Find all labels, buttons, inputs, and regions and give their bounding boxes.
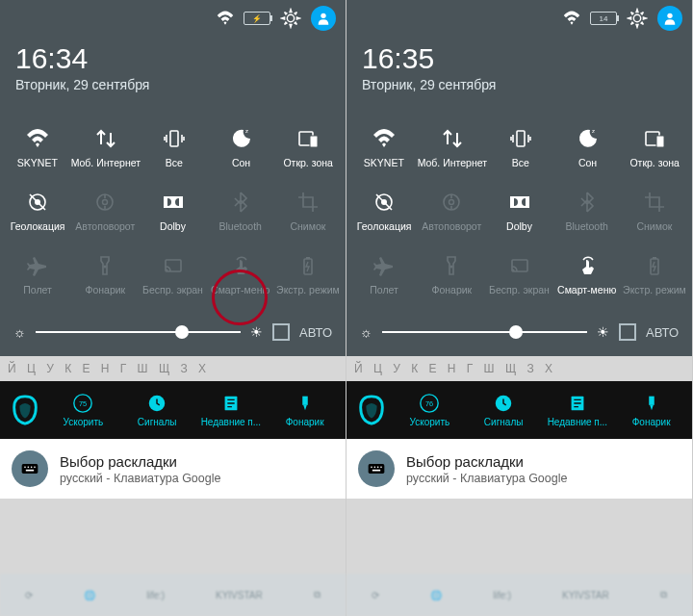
clock-time[interactable]: 16:34 — [15, 42, 330, 75]
quick-settings-grid: SKYNETМоб. ИнтернетВсеСонОткр. зонаГеоло… — [0, 106, 346, 312]
qs-tile-label: Все — [166, 157, 183, 168]
qs-tile-bluetooth[interactable]: Bluetooth — [553, 179, 621, 243]
quick-speed[interactable]: 75Ускорить — [48, 393, 118, 427]
settings-icon[interactable] — [280, 8, 301, 29]
qs-tile-wifi[interactable]: SKYNET — [4, 116, 71, 179]
qs-tile-dolby[interactable]: Dolby — [139, 179, 206, 243]
moon-icon — [229, 126, 254, 151]
cast-icon — [161, 253, 186, 278]
clock-date[interactable]: Вторник, 29 сентября — [362, 77, 677, 92]
data-icon — [93, 126, 118, 151]
background-blur: ⟳🌐 life:) KYIVSTAR ⧉ — [346, 499, 692, 616]
qs-tile-touch[interactable]: Смарт-меню — [207, 243, 274, 306]
qs-tile-moon[interactable]: Сон — [554, 116, 622, 179]
qs-tile-label: Геолокация — [357, 220, 412, 232]
notification-card[interactable]: Выбор раскладки русский - Клавиатура Goo… — [0, 439, 346, 499]
speed-icon: 76 — [419, 393, 440, 414]
qs-tile-torch[interactable]: Фонарик — [71, 243, 139, 306]
cast-icon — [507, 253, 532, 278]
clock-time[interactable]: 16:35 — [362, 42, 677, 75]
qs-tile-dolby[interactable]: Dolby — [485, 179, 552, 243]
qs-tile-cast[interactable]: Беспр. экран — [139, 243, 206, 306]
qs-tile-label: Dolby — [160, 220, 186, 232]
qs-tile-label: Смарт-меню — [211, 284, 270, 295]
keyboard-preview-strip: Й Ц У К Е Н Г Ш Щ З Х — [346, 356, 692, 381]
brightness-slider[interactable] — [36, 331, 241, 333]
clock-date[interactable]: Вторник, 29 сентября — [15, 77, 330, 92]
qs-tile-battery[interactable]: Экстр. режим — [621, 243, 688, 306]
auto-brightness-checkbox[interactable] — [619, 323, 636, 341]
qs-tile-location[interactable]: Геолокация — [350, 179, 418, 243]
crop-icon — [642, 190, 667, 215]
qs-tile-data[interactable]: Моб. Интернет — [71, 116, 141, 179]
qs-tile-location[interactable]: Геолокация — [4, 179, 71, 243]
vibrate-icon — [508, 126, 533, 151]
keyboard-preview-strip: Й Ц У К Е Н Г Ш Щ З Х — [0, 356, 346, 381]
qs-tile-screen[interactable]: Откр. зона — [621, 116, 688, 179]
security-app-icon[interactable] — [352, 391, 391, 429]
brightness-high-icon: ☀ — [250, 324, 263, 340]
quick-label: Ускорить — [64, 417, 104, 427]
notification-card[interactable]: Выбор раскладки русский - Клавиатура Goo… — [346, 439, 692, 499]
qs-tile-vibrate[interactable]: Все — [487, 116, 554, 179]
app-quick-bar: 75УскоритьСигналыНедавние п...Фонарик — [0, 381, 346, 439]
qs-tile-rotate[interactable]: Автоповорот — [418, 179, 485, 243]
svg-text:75: 75 — [79, 399, 87, 408]
auto-brightness-label: АВТО — [646, 325, 679, 340]
quick-speed[interactable]: 76Ускорить — [395, 393, 465, 427]
brightness-slider[interactable] — [382, 331, 587, 333]
quick-recent[interactable]: Недавние п... — [543, 393, 613, 427]
brightness-row: ☼ ☀ АВТО — [0, 312, 346, 356]
qs-tile-label: Откр. зона — [283, 157, 332, 168]
qs-tile-label: Автоповорот — [75, 220, 135, 232]
security-app-icon[interactable] — [6, 391, 44, 429]
qs-tile-cast[interactable]: Беспр. экран — [485, 243, 552, 306]
qs-tile-moon[interactable]: Сон — [208, 116, 275, 179]
qs-tile-battery[interactable]: Экстр. режим — [274, 243, 342, 306]
quick-recent[interactable]: Недавние п... — [196, 393, 267, 427]
speed-icon: 75 — [72, 393, 93, 414]
rotate-icon — [92, 190, 117, 215]
keyboard-icon — [358, 450, 395, 487]
shade-header: 16:34 Вторник, 29 сентября — [0, 37, 346, 106]
qs-tile-data[interactable]: Моб. Интернет — [418, 116, 487, 179]
quick-settings-grid: SKYNETМоб. ИнтернетВсеСонОткр. зонаГеоло… — [346, 106, 692, 312]
battery-icon — [642, 253, 667, 278]
qs-tile-plane[interactable]: Полет — [350, 243, 418, 306]
qs-tile-label: Полет — [370, 284, 398, 295]
wifi-status-icon — [217, 10, 234, 27]
dolby-icon — [161, 190, 186, 215]
qs-tile-crop[interactable]: Снимок — [274, 179, 342, 243]
qs-tile-touch[interactable]: Смарт-меню — [553, 243, 621, 306]
notification-subtitle: русский - Клавиатура Google — [60, 472, 334, 485]
data-icon — [440, 126, 465, 151]
rotate-icon — [439, 190, 464, 215]
qs-tile-vibrate[interactable]: Все — [141, 116, 208, 179]
wifi-icon — [25, 126, 50, 151]
qs-tile-bluetooth[interactable]: Bluetooth — [207, 179, 274, 243]
quick-flash[interactable]: Фонарик — [270, 393, 340, 427]
wifi-status-icon — [563, 10, 580, 27]
quick-label: Фонарик — [286, 417, 324, 427]
qs-tile-label: Беспр. экран — [142, 284, 203, 295]
settings-icon[interactable] — [627, 8, 648, 29]
screenshot-left: ⚡ 16:34 Вторник, 29 сентября SKYNETМоб. … — [0, 0, 346, 616]
quick-clock[interactable]: Сигналы — [469, 393, 539, 427]
screenshot-right: 14 16:35 Вторник, 29 сентября SKYNETМоб.… — [346, 0, 693, 616]
battery-status-icon: ⚡ — [244, 12, 270, 25]
quick-flash[interactable]: Фонарик — [616, 393, 686, 427]
qs-tile-torch[interactable]: Фонарик — [418, 243, 485, 306]
profile-avatar[interactable] — [657, 6, 682, 31]
qs-tile-plane[interactable]: Полет — [4, 243, 71, 306]
auto-brightness-checkbox[interactable] — [272, 323, 290, 341]
qs-tile-crop[interactable]: Снимок — [621, 179, 688, 243]
qs-tile-screen[interactable]: Откр. зона — [274, 116, 342, 179]
qs-tile-rotate[interactable]: Автоповорот — [71, 179, 139, 243]
quick-clock[interactable]: Сигналы — [122, 393, 192, 427]
profile-avatar[interactable] — [311, 6, 336, 31]
qs-tile-label: Смарт-меню — [557, 284, 616, 295]
qs-tile-wifi[interactable]: SKYNET — [350, 116, 418, 179]
qs-tile-label: Сон — [578, 157, 597, 168]
qs-tile-label: Откр. зона — [629, 157, 679, 168]
qs-tile-label: Моб. Интернет — [71, 157, 141, 168]
